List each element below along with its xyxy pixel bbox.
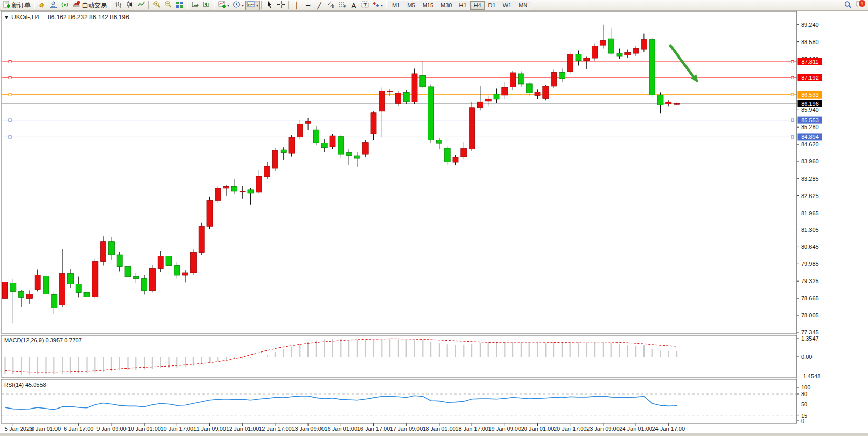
horn-icon (38, 1, 46, 10)
time-axis-label: 19 Jan 09:00 (488, 426, 521, 432)
periods-button[interactable]: ▾ (231, 1, 245, 10)
vertical-line-tool-button[interactable]: │ (291, 1, 302, 10)
toolbar-separator (148, 1, 149, 9)
horizontal-line-tool-button[interactable]: ─ (302, 1, 314, 10)
price-axis-label: 84.620 (801, 141, 819, 147)
fibonacci-tool-button[interactable]: F (337, 1, 348, 10)
tile-windows-icon (175, 1, 184, 10)
equidistant-channel-icon: E (327, 1, 335, 10)
timeframe-button-h4[interactable]: H4 (470, 1, 485, 10)
candle (600, 40, 606, 45)
candle (584, 58, 590, 61)
svg-text:E: E (332, 5, 334, 8)
autotrading-button[interactable]: 自动交易 (71, 1, 108, 10)
candle (510, 73, 516, 87)
timeframe-button-m30[interactable]: M30 (437, 1, 455, 10)
trendline-tool-button[interactable]: ╱ (314, 1, 325, 10)
price-axis-label: 85.940 (801, 107, 819, 113)
alert-sound-button[interactable] (36, 1, 48, 10)
arrows-tool-button[interactable]: ▾ (371, 1, 384, 10)
support-button[interactable] (48, 1, 59, 10)
auto-scroll-icon (191, 1, 199, 10)
candle (354, 156, 360, 158)
news-broadcast-button[interactable] (59, 1, 71, 10)
line-chart-button[interactable] (135, 1, 147, 10)
template-icon (247, 1, 255, 10)
candle (330, 136, 335, 147)
indicators-button[interactable]: ▾ (216, 1, 231, 10)
toolbar-separator (214, 1, 215, 9)
line-handle[interactable] (9, 93, 11, 96)
cursor-tool-button[interactable] (264, 1, 275, 10)
candle (101, 242, 106, 262)
text-label-tool-button[interactable]: T (359, 1, 371, 10)
price-axis-label: 85.280 (801, 124, 819, 130)
bar-chart-button[interactable] (113, 1, 124, 10)
line-handle[interactable] (9, 60, 11, 63)
chart-canvas[interactable]: 89.24088.58087.92087.26086.60085.94085.2… (0, 0, 868, 436)
candle (379, 91, 385, 111)
line-handle[interactable] (9, 119, 11, 121)
line-handle[interactable] (791, 76, 794, 79)
channel-tool-button[interactable]: E (325, 1, 337, 10)
text-tool-button[interactable]: A (348, 1, 359, 10)
dropdown-arrow-icon: ▾ (381, 3, 383, 8)
rsi-axis-label: 100 (801, 384, 810, 390)
auto-scroll-button[interactable] (189, 1, 201, 10)
candle (240, 191, 245, 191)
price-axis-label: 79.985 (801, 261, 819, 267)
time-axis-label: 17 Jan 09:00 (390, 426, 423, 432)
candle (387, 91, 393, 92)
price-axis-label: 82.625 (801, 193, 819, 199)
candle (338, 137, 344, 154)
line-handle[interactable] (9, 76, 11, 79)
chart-collapse-icon[interactable]: ▼ (4, 14, 9, 20)
macd-axis-label: 1.3547 (801, 335, 819, 342)
bar-chart-icon (114, 1, 122, 10)
candle (485, 99, 491, 101)
timeframe-button-m5[interactable]: M5 (403, 1, 418, 10)
tile-windows-button[interactable] (174, 1, 185, 10)
trendline-icon: ╱ (317, 2, 321, 9)
candle (133, 276, 139, 278)
line-handle[interactable] (791, 93, 794, 96)
timeframe-button-mn[interactable]: MN (515, 1, 531, 10)
candle (649, 40, 655, 95)
time-axis-label: 5 Jan 2023 (5, 426, 33, 432)
candle (543, 86, 549, 98)
line-handle[interactable] (9, 136, 11, 138)
line-handle[interactable] (791, 136, 794, 138)
candle (166, 256, 172, 266)
support-person-icon (49, 1, 58, 10)
candle (625, 53, 631, 55)
timeframe-button-m15[interactable]: M15 (419, 1, 437, 10)
price-axis-label: 77.345 (801, 329, 819, 335)
candle (567, 54, 573, 72)
zoom-in-button[interactable] (151, 1, 162, 10)
dropdown-arrow-icon: ▾ (227, 3, 229, 8)
timeframe-button-w1[interactable]: W1 (499, 1, 515, 10)
templates-button[interactable]: ▾ (245, 1, 260, 10)
timeframe-button-h1[interactable]: H1 (455, 1, 470, 10)
candle (444, 148, 450, 162)
zoom-out-button[interactable] (162, 1, 174, 10)
candle (502, 87, 508, 95)
price-level-badge-label: 84.894 (801, 134, 819, 140)
candle (617, 53, 622, 56)
candlestick-chart-button[interactable] (124, 1, 135, 10)
line-handle[interactable] (791, 119, 794, 121)
time-axis-label: 12 Jan 01:00 (226, 426, 259, 432)
new-order-button[interactable]: 新订单 (1, 1, 32, 10)
chart-shift-button[interactable] (201, 1, 212, 10)
crosshair-tool-button[interactable] (275, 1, 287, 10)
price-axis-label: 79.325 (801, 278, 819, 284)
notifications-button[interactable]: 1 (853, 0, 865, 10)
timeframe-button-m1[interactable]: M1 (388, 1, 403, 10)
line-handle[interactable] (791, 60, 794, 63)
toolbar-separator (261, 1, 262, 9)
candle (223, 186, 229, 188)
candle (76, 284, 81, 292)
vertical-line-icon: │ (295, 2, 299, 9)
timeframe-button-d1[interactable]: D1 (485, 1, 499, 10)
search-button[interactable] (842, 1, 853, 10)
